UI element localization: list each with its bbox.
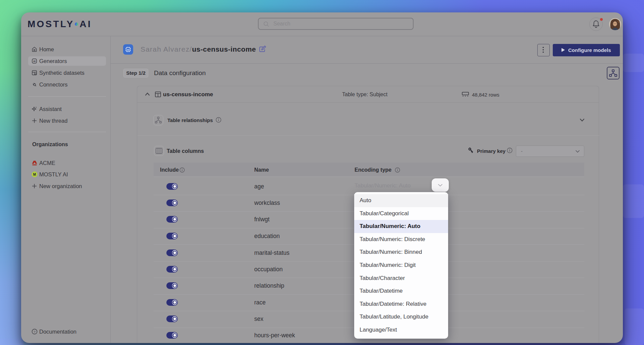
svg-text:AI: AI [33, 60, 36, 62]
svg-text:?: ? [34, 330, 35, 334]
svg-text:M: M [33, 173, 36, 176]
svg-text:AI: AI [127, 49, 129, 51]
